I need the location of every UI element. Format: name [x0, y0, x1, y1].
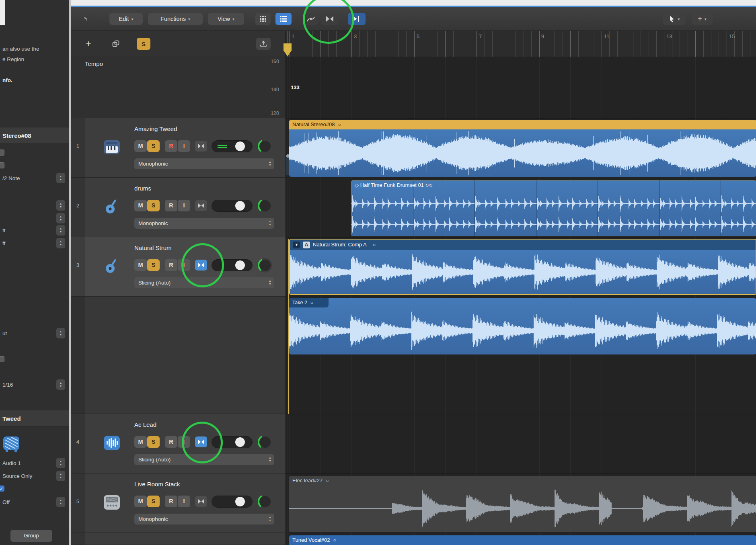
track-on-toggle[interactable]	[212, 140, 253, 152]
flex-mode-dropdown[interactable]: Monophonic	[134, 158, 274, 169]
pan-knob[interactable]	[258, 199, 272, 213]
region-header: ◇ Half Time Funk Drumset 01 ↻↻	[351, 180, 756, 190]
follow-tempo-icon: ◇	[355, 182, 359, 188]
group-button[interactable]: Group	[10, 530, 52, 542]
track-flex-button[interactable]	[195, 141, 207, 152]
stepper-control[interactable]	[56, 497, 65, 507]
solo-button[interactable]: S	[147, 140, 160, 152]
mute-button[interactable]: M	[134, 259, 147, 271]
bar-ruler[interactable]: 1 3 5 7 9 11 13 15	[286, 31, 756, 57]
region-natural-strum-comp[interactable]: ANatural Strum: Comp A	[289, 239, 756, 295]
track-inspector-header[interactable]: Tweed	[0, 410, 69, 427]
track-row[interactable]: 2 drums M S R I Monophonic	[71, 178, 286, 237]
inspector-checkbox-checked[interactable]: ✓	[0, 486, 4, 492]
functions-menu-button[interactable]: Functions	[148, 13, 203, 25]
track-name[interactable]: Natural Strum	[134, 244, 172, 251]
stepper-control[interactable]	[56, 225, 65, 236]
region-inspector-header[interactable]: Stereo#08	[0, 127, 69, 144]
track-row-partial[interactable]	[71, 533, 286, 545]
record-enable-button[interactable]: R	[165, 200, 177, 211]
record-enable-button[interactable]: R	[165, 140, 177, 152]
mute-button[interactable]: M	[134, 496, 147, 507]
stepper-control[interactable]	[56, 471, 65, 481]
solo-button[interactable]: S	[147, 259, 160, 271]
back-arrow-button[interactable]	[79, 13, 92, 25]
inspector-checkbox[interactable]	[0, 356, 4, 362]
toggle-knob	[235, 437, 245, 447]
tempo-track-header[interactable]: Tempo 160 140 120	[71, 57, 286, 118]
stepper-control[interactable]	[56, 213, 65, 223]
timeline-area[interactable]: 133 Natural Stereo#08 ◇ Half Time Funk D…	[286, 57, 756, 545]
pointer-tool-button[interactable]	[663, 13, 686, 25]
track-flex-button[interactable]	[195, 496, 207, 507]
input-monitor-button[interactable]: I	[178, 200, 190, 211]
solo-button[interactable]: S	[147, 436, 160, 448]
take-lanes-panel[interactable]	[71, 297, 286, 414]
take-folder-header[interactable]: ANatural Strum: Comp A	[290, 240, 756, 250]
take-label[interactable]: Take 2	[289, 298, 329, 307]
waveform	[351, 190, 756, 235]
stepper-control[interactable]	[56, 379, 65, 390]
track-row[interactable]: 1 Amazing Tweed M S R I	[71, 118, 286, 178]
track-name[interactable]: Ac Lead	[134, 421, 156, 428]
track-row[interactable]: 4 Ac Lead M S R I	[71, 414, 286, 473]
mute-button[interactable]: M	[134, 140, 147, 152]
stepper-control[interactable]	[56, 238, 65, 248]
track-row[interactable]: 5 Live Room Stack M S R I	[71, 473, 286, 533]
toggle-knob	[235, 141, 245, 151]
disclosure-triangle-icon[interactable]	[293, 242, 300, 248]
mute-button[interactable]: M	[134, 436, 147, 448]
region-tuned-vocal[interactable]: Tuned Vocal#02	[289, 535, 756, 545]
edit-menu-button[interactable]: Edit	[109, 13, 143, 25]
input-monitor-button[interactable]: I	[178, 140, 190, 152]
mute-button[interactable]: M	[134, 200, 147, 211]
secondary-tool-button[interactable]: +	[692, 13, 713, 25]
chevron-updown-icon	[269, 160, 271, 167]
view-menu-button[interactable]: View	[208, 13, 244, 25]
pan-knob[interactable]	[258, 139, 272, 154]
audio-waveform-icon	[103, 434, 121, 452]
list-view-button[interactable]	[275, 13, 292, 25]
region-take-2[interactable]: Take 2	[289, 298, 756, 354]
pan-knob[interactable]	[258, 258, 272, 272]
pan-knob[interactable]	[258, 435, 272, 449]
track-name[interactable]: drums	[134, 185, 151, 192]
grid-view-button[interactable]	[255, 13, 271, 25]
track-name[interactable]: Amazing Tweed	[134, 125, 177, 132]
input-monitor-button[interactable]: I	[178, 496, 190, 507]
duplicate-track-button[interactable]	[109, 38, 123, 50]
record-enable-button[interactable]: R	[165, 436, 177, 448]
waveform	[289, 309, 756, 353]
record-enable-button[interactable]: R	[165, 496, 177, 507]
solo-button[interactable]: S	[147, 496, 160, 507]
region-half-time-funk[interactable]: ◇ Half Time Funk Drumset 01 ↻↻	[351, 180, 756, 236]
track-name[interactable]: Live Room Stack	[134, 481, 180, 488]
stepper-control[interactable]	[56, 328, 65, 338]
waveform	[289, 486, 756, 531]
take-letter-badge[interactable]: A	[303, 242, 310, 248]
stepper-control[interactable]	[56, 458, 65, 468]
add-track-button[interactable]: +	[82, 38, 95, 50]
inspector-checkbox[interactable]	[0, 162, 4, 168]
flex-mode-dropdown[interactable]: Monophonic	[134, 514, 274, 525]
stepper-control[interactable]	[56, 173, 65, 183]
region-natural-stereo[interactable]: Natural Stereo#08	[289, 120, 756, 177]
inspector-checkbox[interactable]	[0, 150, 4, 156]
solo-mode-button[interactable]: S	[137, 38, 150, 50]
toggle-knob	[235, 260, 245, 270]
record-enable-button[interactable]: R	[165, 259, 177, 271]
track-on-toggle[interactable]	[212, 200, 253, 212]
annotation-circle-track3-flex	[181, 243, 224, 287]
stepper-control[interactable]	[56, 200, 65, 211]
chevron-updown-icon	[269, 220, 271, 226]
flex-mode-dropdown[interactable]: Monophonic	[134, 218, 274, 229]
row-divider	[286, 237, 756, 238]
pan-knob[interactable]	[258, 494, 272, 509]
track-flex-button[interactable]	[195, 200, 207, 211]
annotation-circle-track4-flex	[182, 422, 223, 463]
solo-button[interactable]: S	[147, 200, 160, 211]
track-header-config-button[interactable]	[256, 38, 271, 50]
track-row-selected[interactable]: 3 Natural Strum M S R I Slicing	[71, 237, 286, 297]
region-elec-lead[interactable]: Elec lead#27	[289, 476, 756, 532]
track-on-toggle[interactable]	[212, 496, 253, 508]
